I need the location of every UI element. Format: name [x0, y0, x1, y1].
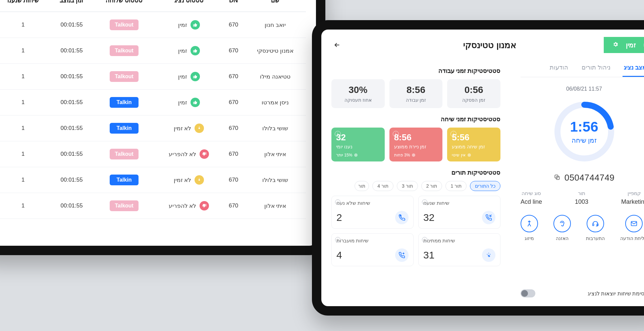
cell-agent-status: לא להפריע — [155, 193, 223, 219]
waiting-icon — [482, 248, 495, 262]
phone-row: 0504744749 — [521, 173, 644, 183]
table-row[interactable]: שושי בלולו670לא זמיןTalkin00:01:551 — [0, 167, 306, 193]
cell-ext-status: Talkin — [93, 115, 155, 141]
queue-card-title: שיחות מועברות — [336, 238, 409, 244]
table-row[interactable]: איתי אלון670לא להפריעTalkout00:01:551 — [0, 193, 306, 219]
ring-time: 1:56 — [570, 119, 598, 135]
meta-label: קמפיין — [621, 190, 644, 196]
cell-dn: 670 — [223, 115, 245, 141]
arrow-left-icon — [333, 41, 341, 49]
queue-chip[interactable]: תור 3 — [397, 181, 418, 191]
col-header: שיחות שנענו — [0, 0, 50, 12]
work-card: 30%אחוז תעסוקה — [331, 79, 385, 108]
back-button[interactable] — [332, 40, 342, 50]
action-merge[interactable]: מיזוג — [521, 215, 538, 241]
table-row[interactable]: יואב חנון670זמיןTalkout00:01:551 — [0, 12, 306, 38]
col-header: שם — [245, 0, 306, 12]
action-label: שליחת הודעה — [620, 236, 644, 241]
work-card-label: זמן הפסקה — [451, 97, 496, 103]
table-row[interactable]: שושי בלולו670לא זמיןTalkin00:01:551 — [0, 115, 306, 141]
tab-0[interactable]: מצב נציג — [623, 59, 644, 77]
cell-agent-status: זמין — [155, 90, 223, 115]
dashboard-header: זמין אמנון טטינסקי — [321, 30, 644, 59]
agents-header-row: שםDNסטטוס נציגסטטוס שלוחהזמן במצבשיחות ש… — [0, 0, 306, 12]
cell-answered: 1 — [0, 167, 50, 193]
table-row[interactable]: טטיאנה מילו670זמיןTalkout00:01:551 — [0, 64, 306, 90]
queue-chip[interactable]: תור 4 — [372, 181, 393, 191]
call-card-foot: אין שינוי — [452, 153, 496, 157]
call-card-foot: 15% יותר — [336, 153, 380, 157]
thumb-icon — [191, 20, 200, 30]
cell-answered: 1 — [0, 38, 50, 64]
tab-2[interactable]: הודעות — [548, 59, 570, 77]
thumb-icon — [200, 149, 209, 159]
copy-icon[interactable] — [554, 174, 560, 182]
cell-name: שושי בלולו — [245, 167, 306, 193]
info-icon[interactable]: i — [335, 131, 341, 137]
tablet-left: שםDNסטטוס נציגסטטוס שלוחהזמן במצבשיחות ש… — [0, 0, 325, 255]
call-card-value: 5:56 — [452, 132, 496, 143]
tab-1[interactable]: ניהול תורים — [580, 59, 612, 77]
cell-name: איתי אלון — [245, 193, 306, 219]
cell-name: איתי אלון — [245, 141, 306, 167]
queue-card: i שיחות שלא נענו 2 — [331, 196, 414, 229]
phone-miss-icon — [395, 211, 409, 224]
svg-rect-8 — [593, 224, 594, 226]
meta-value: Acd line — [521, 198, 542, 205]
queue-stats-title: סטטיסטיקות תורים — [331, 169, 500, 176]
call-time-ring: 1:56 זמן שיחה — [551, 98, 618, 165]
cell-time: 00:01:55 — [50, 38, 93, 64]
queue-card-value: 31 — [423, 249, 434, 261]
cell-answered: 1 — [0, 115, 50, 141]
cell-answered: 1 — [0, 90, 50, 115]
tabs: מצב נציגניהול תוריםהודעות — [521, 59, 644, 77]
info-icon[interactable]: i — [422, 237, 427, 242]
col-header: זמן במצב — [50, 0, 93, 12]
queue-chip[interactable]: תור — [355, 181, 369, 191]
queue-chip[interactable]: כל התורים — [470, 181, 500, 191]
col-header: סטטוס נציג — [155, 0, 223, 12]
cell-time: 00:01:55 — [50, 167, 93, 193]
meta-item: סוג שיחהAcd line — [521, 190, 542, 205]
gear-icon — [612, 41, 619, 49]
cell-ext-status: Talkout — [93, 12, 155, 38]
status-button[interactable]: זמין — [604, 37, 644, 53]
cell-name: אמנון טיטינסקי — [245, 38, 306, 64]
call-card: i 32 נענו יומי 15% יותר — [331, 128, 385, 161]
cell-agent-status: זמין — [155, 38, 223, 64]
meta-label: סוג שיחה — [521, 190, 542, 196]
meta-value: 1003 — [575, 198, 588, 205]
info-icon[interactable]: i — [335, 199, 340, 205]
info-icon[interactable]: i — [335, 237, 340, 242]
cell-agent-status: זמין — [155, 64, 223, 90]
outgoing-block-switch[interactable] — [521, 289, 535, 297]
call-cards: i 5:56 זמן שיחה ממוצע אין שינויi 8:56 זמ… — [331, 128, 500, 161]
toggle-label: חסימת שיחות יוצאות לנציג — [588, 290, 644, 297]
table-row[interactable]: ניסן אמרטו670זמיןTalkin00:01:551 — [0, 90, 306, 115]
queue-card-value: 2 — [336, 212, 342, 223]
ext-pill: Talkout — [110, 71, 139, 82]
work-card: 0:56זמן הפסקה — [447, 79, 500, 108]
work-card-value: 8:56 — [393, 85, 439, 95]
table-row[interactable]: איתי אלון670לא להפריעTalkout00:01:551 — [0, 141, 306, 167]
ext-pill: Talkin — [110, 123, 139, 134]
info-icon[interactable]: i — [422, 199, 427, 205]
cell-agent-status: לא זמין — [155, 167, 223, 193]
queue-chip[interactable]: תור 2 — [421, 181, 442, 191]
queue-card-title: שיחות ממתינות — [423, 238, 495, 244]
tablet-right: זמין אמנון טטינסקי מצב נציגניהול תוריםהו… — [312, 20, 644, 316]
cell-time: 00:01:55 — [50, 115, 93, 141]
table-row[interactable]: אמנון טיטינסקי670זמיןTalkout00:01:551 — [0, 38, 306, 64]
info-icon[interactable]: i — [393, 131, 399, 137]
cell-dn: 670 — [223, 167, 245, 193]
cell-agent-status: זמין — [155, 12, 223, 38]
thumb-icon — [191, 72, 200, 81]
queue-grid: i שיחות שנענו 32 i שיחות שלא נענו 2 i שי… — [331, 196, 500, 266]
cell-ext-status: Talkout — [93, 64, 155, 90]
queue-chip[interactable]: תור 1 — [445, 181, 467, 191]
action-ear[interactable]: האזנה — [553, 215, 571, 241]
action-row: שליחת הודעההתערבותהאזנהמיזוג — [521, 215, 644, 241]
cell-answered: 1 — [0, 64, 50, 90]
action-headset[interactable]: התערבות — [586, 215, 605, 241]
action-mail[interactable]: שליחת הודעה — [620, 215, 644, 241]
